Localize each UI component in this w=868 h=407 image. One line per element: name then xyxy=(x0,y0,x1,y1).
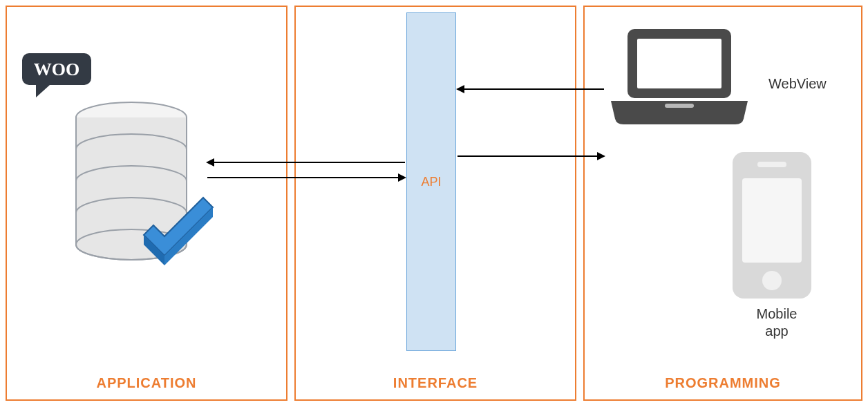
mobile-label-line2: app xyxy=(765,323,788,339)
webview-label: WebView xyxy=(768,76,827,92)
svg-rect-7 xyxy=(637,39,721,88)
woo-badge: WOO xyxy=(21,52,97,103)
mobile-icon xyxy=(727,149,817,304)
laptop-icon xyxy=(607,23,752,130)
api-box: API xyxy=(406,12,456,351)
arrow-db-to-api xyxy=(207,177,405,178)
svg-rect-8 xyxy=(665,104,694,108)
svg-point-12 xyxy=(762,271,782,290)
svg-rect-10 xyxy=(742,178,802,263)
mobile-app-label: Mobile app xyxy=(749,305,804,340)
panel-interface-label: INTERFACE xyxy=(296,375,575,391)
arrow-api-to-laptop xyxy=(457,155,604,157)
panel-application-label: APPLICATION xyxy=(7,375,286,391)
arrow-laptop-to-api xyxy=(457,88,604,90)
panel-programming-label: PROGRAMMING xyxy=(585,375,861,391)
woo-text: WOO xyxy=(34,59,79,79)
svg-rect-11 xyxy=(757,162,786,167)
database-icon xyxy=(69,97,221,293)
api-box-label: API xyxy=(421,175,441,189)
arrow-api-to-db xyxy=(207,162,405,163)
mobile-label-line1: Mobile xyxy=(757,306,798,321)
